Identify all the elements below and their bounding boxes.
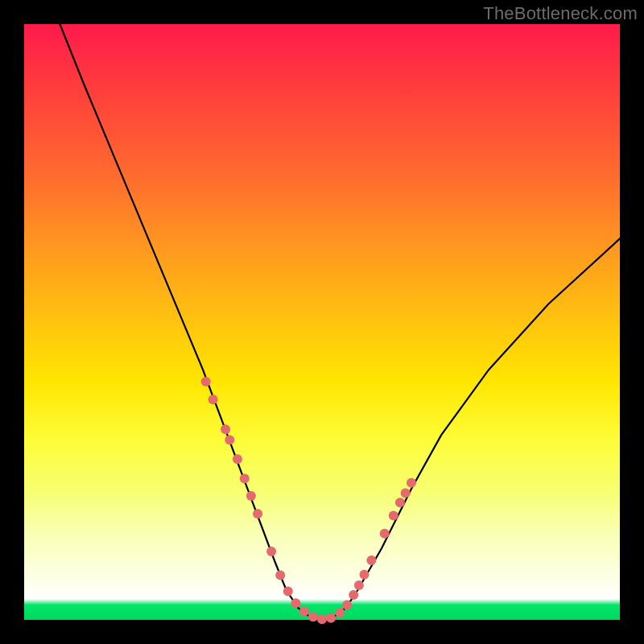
highlight-dot xyxy=(308,612,318,621)
chart-plot-area xyxy=(24,24,620,620)
watermark-text: TheBottleneck.com xyxy=(483,3,638,24)
highlight-dot xyxy=(326,613,336,623)
highlight-dot xyxy=(317,614,327,624)
highlight-dots xyxy=(201,377,416,624)
highlight-dot xyxy=(283,587,293,597)
highlight-dot xyxy=(291,598,300,608)
highlight-dot xyxy=(354,580,364,590)
highlight-dot xyxy=(395,497,405,507)
highlight-dot xyxy=(349,590,358,600)
highlight-dot xyxy=(342,601,352,610)
highlight-dot xyxy=(240,474,250,484)
highlight-dot xyxy=(208,394,218,404)
highlight-dot xyxy=(299,607,309,617)
bottleneck-curve xyxy=(60,24,620,620)
highlight-dot xyxy=(389,511,398,521)
chart-frame: TheBottleneck.com xyxy=(0,0,644,644)
highlight-dot xyxy=(360,570,369,580)
highlight-dot xyxy=(225,436,234,445)
highlight-dot xyxy=(401,488,411,497)
highlight-dot xyxy=(233,454,242,464)
highlight-dot xyxy=(366,555,376,565)
chart-svg xyxy=(24,24,620,620)
highlight-dot xyxy=(246,491,256,501)
highlight-dot xyxy=(335,608,345,617)
highlight-dot xyxy=(407,478,416,488)
highlight-dot xyxy=(266,547,276,556)
highlight-dot xyxy=(380,529,390,539)
highlight-dot xyxy=(201,377,211,386)
highlight-dot xyxy=(275,571,285,580)
highlight-dot xyxy=(221,424,230,434)
highlight-dot xyxy=(253,509,262,518)
